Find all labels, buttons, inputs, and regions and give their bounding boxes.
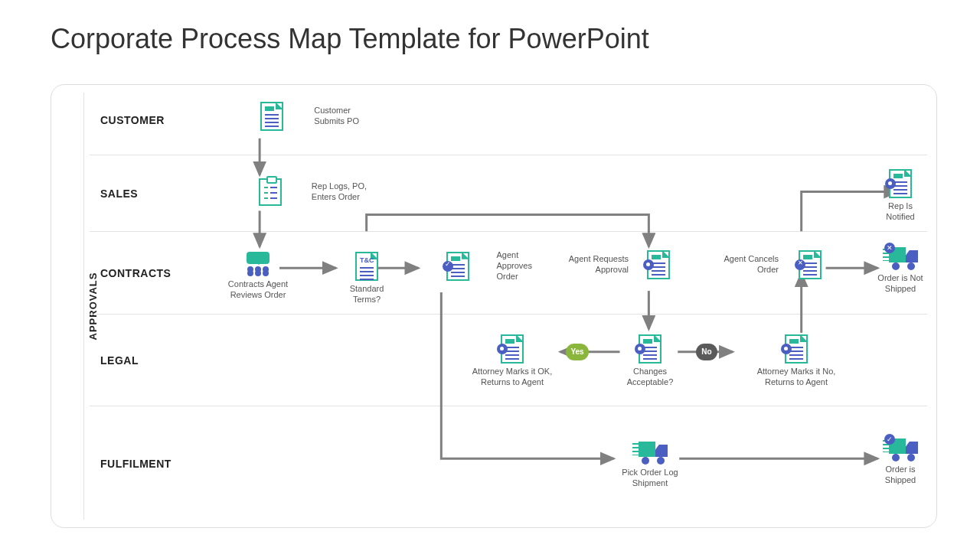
node-agent-requests: Agent Requests Approval [560,250,682,279]
node-rep-notified: Rep Is Notified [858,169,942,223]
node-contracts-agent: Contracts Agent Reviews Order [212,252,304,301]
node-agent-approves: Agent Approves Order [425,250,532,282]
label-contracts-agent: Contracts Agent Reviews Order [212,279,304,301]
label-rep-notified: Rep Is Notified [858,201,942,223]
label-attorney-ok: Attorney Marks it OK, Returns to Agent [459,367,566,388]
document-check-icon [446,252,469,281]
label-agent-cancels: Agent Cancels Order [713,254,779,276]
truck-x-icon: ✕ [883,247,918,270]
node-agent-cancels: Agent Cancels Order [713,250,835,279]
truck-check-icon: ✓ [883,439,918,461]
diagram-canvas: Customer Submits PO Rep Logs, PO, Enters… [83,85,936,527]
label-shipped: Order is Shipped [858,465,942,486]
node-standard-terms: T&C Standard Terms? [328,252,405,305]
node-customer-submits: Customer Submits PO [237,102,359,131]
label-standard-terms: Standard Terms? [328,284,405,305]
document-arrow-icon [501,334,524,364]
document-arrow-icon [785,334,808,364]
team-icon [243,252,273,276]
label-agent-approves: Agent Approves Order [497,250,532,282]
swimlane-frame: APPROVALS CUSTOMER SALES CONTRACTS LEGAL… [51,84,937,528]
decision-no-badge: No [696,344,717,360]
node-attorney-no: Attorney Marks it No, Returns to Agent [739,334,854,388]
decision-yes-badge: Yes [566,344,589,360]
document-icon [889,169,912,198]
label-customer-submits: Customer Submits PO [314,106,359,127]
label-agent-requests: Agent Requests Approval [560,254,629,276]
truck-icon [632,442,668,465]
label-changes-acceptable: Changes Acceptable? [604,367,696,388]
node-attorney-ok: Attorney Marks it OK, Returns to Agent [459,334,566,388]
label-attorney-no: Attorney Marks it No, Returns to Agent [739,367,854,388]
label-not-shipped: Order is Not Shipped [858,273,942,295]
node-pick-order: Pick Order Log Shipment [604,442,696,489]
document-icon [260,102,283,131]
node-rep-logs: Rep Logs, PO, Enters Order [237,178,367,206]
page-title: Corporate Process Map Template for Power… [0,0,980,70]
document-thumb-icon [639,334,662,364]
node-not-shipped: ✕ Order is Not Shipped [858,247,942,295]
tc-document-icon: T&C [355,252,378,281]
node-shipped: ✓ Order is Shipped [858,439,942,486]
flow-arrows [83,85,936,527]
label-rep-logs: Rep Logs, PO, Enters Order [312,181,367,203]
document-x-icon [799,250,822,279]
label-pick-order: Pick Order Log Shipment [604,468,696,489]
document-alert-icon [647,250,670,279]
checklist-icon [259,178,282,206]
node-changes-acceptable: Changes Acceptable? [604,334,696,388]
